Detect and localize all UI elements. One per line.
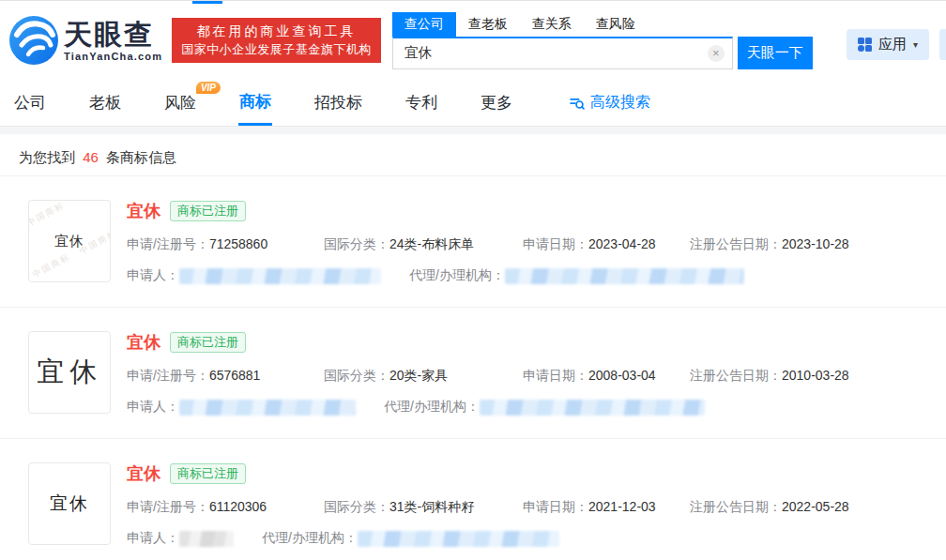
apps-grid-icon xyxy=(858,38,872,52)
nav-tab-more[interactable]: 更多 xyxy=(480,80,513,126)
reg-no-label: 申请/注册号： xyxy=(127,499,209,514)
pub-date-value: 2010-03-28 xyxy=(782,368,849,383)
agency-label: 代理/办理机构： xyxy=(409,267,505,284)
redacted-applicant xyxy=(179,400,356,416)
search-tabs: 查公司 查老板 查关系 查风险 xyxy=(392,12,813,37)
logo-title: 天眼查 xyxy=(64,20,162,50)
clear-icon[interactable]: × xyxy=(708,45,725,62)
intl-class-label: 国际分类： xyxy=(324,236,389,251)
pub-date-label: 注册公告日期： xyxy=(690,368,782,383)
header: 天眼查 TianYanCha.com 都在用的商业查询工具 国家中小企业发展子基… xyxy=(0,1,946,80)
reg-no-value: 6576881 xyxy=(209,368,261,383)
redacted-agency xyxy=(505,268,744,284)
search-tab-risk[interactable]: 查风险 xyxy=(584,12,648,37)
apply-date-value: 2008-03-04 xyxy=(588,368,656,383)
trademark-card: 宜休 宜休 商标已注册 申请/注册号：61120306 国际分类：31类-饲料种… xyxy=(0,439,946,560)
logo[interactable]: 天眼查 TianYanCha.com xyxy=(9,16,162,65)
applicant-label: 申请人： xyxy=(127,267,179,284)
trademark-image[interactable]: 中国商标 中国商标 中国商标 宜休 xyxy=(28,200,111,282)
nav-tab-boss[interactable]: 老板 xyxy=(88,80,122,126)
reg-no-value: 61120306 xyxy=(209,499,267,514)
results: 为您找到 46 条商标信息 中国商标 中国商标 中国商标 宜休 宜休 商标已注册… xyxy=(0,134,946,560)
search-tab-company[interactable]: 查公司 xyxy=(392,12,456,37)
redacted-agency xyxy=(480,400,705,416)
promo-banner: 都在用的商业查询工具 国家中小企业发展子基金旗下机构 xyxy=(172,18,381,63)
trademark-card: 中国商标 中国商标 中国商标 宜休 宜休 商标已注册 申请/注册号：712588… xyxy=(0,176,946,308)
advanced-search-icon xyxy=(569,95,585,111)
nav-tabs: 公司 老板 风险 VIP 商标 招投标 专利 更多 高级搜索 xyxy=(0,80,946,127)
agency-label: 代理/办理机构： xyxy=(384,399,480,416)
apps-button[interactable]: 应用 ▾ xyxy=(847,29,929,60)
search-tab-relation[interactable]: 查关系 xyxy=(520,12,584,37)
reg-no-label: 申请/注册号： xyxy=(127,236,209,251)
apply-date-label: 申请日期： xyxy=(523,236,588,251)
intl-class-label: 国际分类： xyxy=(324,499,389,514)
intl-class-label: 国际分类： xyxy=(324,368,389,383)
logo-subtitle: TianYanCha.com xyxy=(64,51,162,62)
top-accent-bar xyxy=(192,1,222,4)
intl-class-value: 20类-家具 xyxy=(389,368,448,383)
pub-date-value: 2022-05-28 xyxy=(782,499,849,514)
pub-date-label: 注册公告日期： xyxy=(690,236,782,251)
results-summary: 为您找到 46 条商标信息 xyxy=(0,134,946,175)
advanced-search-link[interactable]: 高级搜索 xyxy=(568,80,651,126)
nav-tab-risk[interactable]: 风险 VIP xyxy=(163,80,197,126)
apply-date-value: 2023-04-28 xyxy=(588,236,656,251)
intl-class-value: 31类-饲料种籽 xyxy=(389,499,474,514)
promo-line1: 都在用的商业查询工具 xyxy=(181,23,372,40)
trademark-name[interactable]: 宜休 xyxy=(127,462,160,485)
nav-tab-trademark[interactable]: 商标 xyxy=(238,80,272,126)
redacted-applicant xyxy=(179,531,234,547)
search-tab-boss[interactable]: 查老板 xyxy=(456,12,520,37)
tianyancha-logo-icon xyxy=(9,16,58,65)
summary-suffix: 条商标信息 xyxy=(106,149,176,165)
cutoff-button[interactable] xyxy=(939,29,946,60)
section-separator xyxy=(0,127,946,134)
nav-tab-company[interactable]: 公司 xyxy=(13,80,47,126)
search-input[interactable] xyxy=(393,38,732,68)
trademark-card: 宜休 宜休 商标已注册 申请/注册号：6576881 国际分类：20类-家具 申… xyxy=(0,308,946,439)
trademark-name[interactable]: 宜休 xyxy=(127,331,160,354)
results-count: 46 xyxy=(83,149,99,165)
apply-date-value: 2021-12-03 xyxy=(588,499,656,514)
summary-prefix: 为您找到 xyxy=(19,149,75,165)
intl-class-value: 24类-布料床单 xyxy=(389,236,474,251)
trademark-image-text: 宜休 xyxy=(50,492,89,516)
trademark-image-text: 宜休 xyxy=(37,354,102,391)
page: 天眼查 TianYanCha.com 都在用的商业查询工具 国家中小企业发展子基… xyxy=(0,0,946,560)
status-badge: 商标已注册 xyxy=(170,201,246,221)
trademark-image[interactable]: 宜休 xyxy=(28,331,111,414)
reg-no-label: 申请/注册号： xyxy=(127,368,209,383)
watermark-text: 中国商标 xyxy=(28,200,67,230)
apply-date-label: 申请日期： xyxy=(523,499,588,514)
redacted-agency xyxy=(358,531,559,547)
watermark-text: 中国商标 xyxy=(31,250,73,280)
search-button[interactable]: 天眼一下 xyxy=(738,37,813,69)
apply-date-label: 申请日期： xyxy=(523,368,588,383)
applicant-label: 申请人： xyxy=(127,530,179,547)
nav-tab-patent[interactable]: 专利 xyxy=(404,80,438,126)
apps-button-label: 应用 xyxy=(878,36,907,53)
redacted-applicant xyxy=(179,268,381,284)
chevron-down-icon: ▾ xyxy=(913,39,918,50)
vip-badge: VIP xyxy=(196,82,221,94)
search-module: 查公司 查老板 查关系 查风险 × 天眼一下 xyxy=(392,12,813,69)
trademark-image[interactable]: 宜休 xyxy=(28,462,111,545)
pub-date-value: 2023-10-28 xyxy=(782,236,849,251)
status-badge: 商标已注册 xyxy=(170,332,246,353)
applicant-label: 申请人： xyxy=(127,399,179,416)
pub-date-label: 注册公告日期： xyxy=(690,499,782,514)
nav-tab-bidding[interactable]: 招投标 xyxy=(313,80,363,126)
trademark-name[interactable]: 宜休 xyxy=(127,200,160,222)
reg-no-value: 71258860 xyxy=(209,236,267,251)
agency-label: 代理/办理机构： xyxy=(262,530,358,547)
status-badge: 商标已注册 xyxy=(170,463,246,484)
promo-line2: 国家中小企业发展子基金旗下机构 xyxy=(181,40,372,58)
